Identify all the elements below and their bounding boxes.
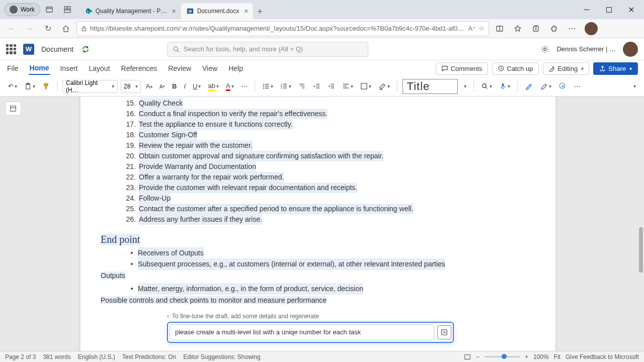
find-button[interactable]: ▾: [479, 79, 494, 94]
line-spacing-button[interactable]: ▾: [358, 79, 373, 94]
tab-review[interactable]: Review: [167, 62, 192, 74]
refresh-button[interactable]: ↻: [40, 21, 55, 36]
numbering-button[interactable]: 123▾: [278, 79, 293, 94]
clear-formatting-button[interactable]: ▾: [376, 79, 392, 94]
settings-icon[interactable]: [540, 45, 549, 54]
bullets-button[interactable]: ▾: [260, 79, 275, 94]
dictate-button[interactable]: ▾: [497, 79, 512, 94]
copilot-send-button[interactable]: [437, 325, 451, 339]
saved-sync-icon[interactable]: [82, 45, 90, 53]
back-button[interactable]: ←: [4, 21, 19, 36]
split-screen-icon[interactable]: [492, 21, 507, 36]
multilevel-button[interactable]: [296, 79, 308, 94]
more-font-button[interactable]: ⋯: [239, 79, 250, 94]
italic-button[interactable]: I: [182, 79, 188, 94]
close-icon[interactable]: ×: [244, 7, 248, 15]
tab-home[interactable]: Home: [29, 62, 50, 75]
search-bar[interactable]: Search for tools, help, and more (Alt + …: [167, 42, 368, 57]
new-tab-button[interactable]: +: [253, 5, 267, 19]
increase-indent-button[interactable]: [326, 79, 337, 94]
zoom-level[interactable]: 100%: [533, 353, 549, 360]
status-words[interactable]: 381 words: [43, 353, 70, 360]
zoom-out-button[interactable]: −: [476, 353, 479, 360]
feedback-link[interactable]: Give Feedback to Microsoft: [566, 353, 639, 360]
underline-button[interactable]: U▾: [191, 79, 203, 94]
format-painter-button[interactable]: [40, 79, 52, 94]
designer-button[interactable]: ▾: [538, 79, 553, 94]
favorites-icon[interactable]: [510, 21, 525, 36]
read-aloud-icon[interactable]: A⁺: [468, 25, 475, 32]
font-size-select[interactable]: 28▾: [121, 80, 141, 93]
tab-insert[interactable]: Insert: [59, 62, 78, 74]
status-suggestions[interactable]: Editor Suggestions: Showing: [183, 353, 260, 360]
tab-word-doc[interactable]: W Document.docx ×: [181, 3, 254, 19]
maximize-button[interactable]: [598, 2, 620, 17]
highlight-button[interactable]: ab▾: [206, 79, 220, 94]
copilot-prompt-input[interactable]: please create a multi-level list with a …: [170, 324, 434, 340]
favorite-icon[interactable]: ☆: [478, 25, 485, 32]
document-title[interactable]: Document: [41, 45, 73, 53]
list-item: Contact the customer after a specified p…: [139, 204, 414, 214]
status-page[interactable]: Page 2 of 3: [5, 353, 36, 360]
editor-button[interactable]: [523, 79, 535, 94]
tab-title-0: Quality Management - Processes: [96, 8, 167, 15]
editing-dropdown[interactable]: Editing▾: [543, 62, 590, 75]
zoom-in-button[interactable]: +: [525, 353, 528, 360]
share-button[interactable]: Share▾: [593, 62, 638, 75]
status-predictions[interactable]: Text Predictions: On: [122, 353, 176, 360]
minimize-button[interactable]: ─: [576, 2, 598, 17]
copilot-button[interactable]: [556, 79, 569, 94]
home-button[interactable]: [58, 21, 73, 36]
chevron-left-icon[interactable]: ‹: [167, 313, 169, 320]
svg-rect-29: [265, 84, 269, 84]
more-icon[interactable]: ⋯: [565, 21, 580, 36]
shrink-font-button[interactable]: A▾: [157, 79, 167, 94]
collections-icon[interactable]: [528, 21, 543, 36]
style-select[interactable]: Title: [403, 79, 458, 94]
scrollbar-thumb[interactable]: [639, 227, 643, 273]
profile-avatar-small: [10, 6, 18, 14]
navigation-pane-toggle[interactable]: [5, 102, 21, 116]
user-name[interactable]: Dennis Scherrer | …: [556, 45, 616, 53]
workspaces-icon[interactable]: [60, 2, 75, 17]
url-bar[interactable]: https://bluesite.sharepoint.com/:w:/r/si…: [76, 21, 489, 36]
app-header: W Document Search for tools, help, and m…: [0, 38, 644, 60]
close-icon[interactable]: ×: [172, 7, 176, 15]
toolbar-more-button[interactable]: ⋯: [572, 79, 583, 94]
tab-view[interactable]: View: [201, 62, 218, 74]
tab-sharepoint[interactable]: S Quality Management - Processes ×: [80, 3, 181, 19]
tab-layout[interactable]: Layout: [88, 62, 111, 74]
profile-work-pill[interactable]: Work: [4, 3, 40, 16]
svg-rect-2: [64, 7, 67, 9]
svg-rect-0: [46, 7, 52, 12]
forward-button: →: [22, 21, 37, 36]
tab-help[interactable]: Help: [227, 62, 244, 74]
fit-button[interactable]: Fit: [554, 353, 560, 360]
close-button[interactable]: ✕: [620, 2, 642, 17]
document-page[interactable]: 14.Ensure the appliance is restored to p…: [80, 97, 555, 351]
paste-button[interactable]: ▾: [22, 79, 37, 94]
word-app-icon[interactable]: W: [23, 44, 34, 55]
align-button[interactable]: ▾: [340, 79, 355, 94]
extensions-icon[interactable]: [546, 21, 561, 36]
recent-icon[interactable]: [42, 2, 57, 17]
app-launcher-icon[interactable]: [6, 44, 16, 54]
zoom-slider[interactable]: [485, 356, 520, 357]
comments-button[interactable]: Comments: [436, 62, 488, 75]
ribbon-collapse-button[interactable]: ▾: [630, 79, 638, 94]
font-color-button[interactable]: A▾: [224, 79, 236, 94]
tab-references[interactable]: References: [120, 62, 158, 74]
status-language[interactable]: English (U.S.): [78, 353, 115, 360]
view-mode-icon[interactable]: [464, 353, 471, 360]
catchup-button[interactable]: Catch up: [492, 62, 539, 75]
tab-file[interactable]: File: [6, 62, 20, 74]
decrease-indent-button[interactable]: [311, 79, 323, 94]
browser-addressbar: ← → ↻ https://bluesite.sharepoint.com/:w…: [0, 19, 644, 38]
style-dropdown[interactable]: ▾: [461, 79, 468, 94]
user-avatar[interactable]: [623, 42, 638, 57]
undo-button[interactable]: ↶▾: [6, 79, 19, 94]
bold-button[interactable]: B: [170, 79, 179, 94]
grow-font-button[interactable]: A▴: [144, 79, 154, 94]
font-family-select[interactable]: Calibri Light (H…▾: [62, 80, 118, 93]
browser-profile-avatar[interactable]: [585, 22, 598, 35]
